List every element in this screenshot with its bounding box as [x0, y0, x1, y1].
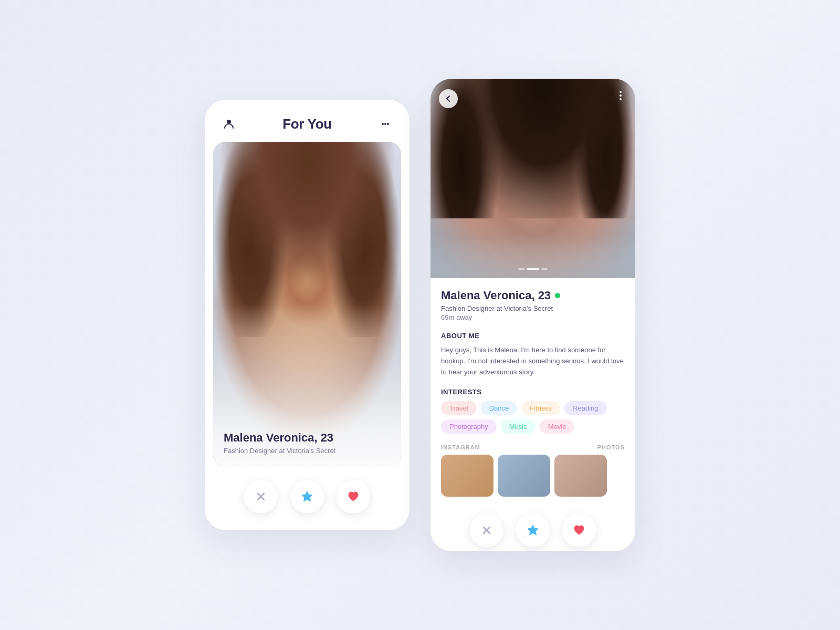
phone-1-header: For You — [205, 100, 410, 142]
interests-grid: Travel Dance Fitness Reading Photography… — [441, 401, 625, 434]
card-name: Malena Veronica, 23 — [224, 431, 391, 445]
tag-fitness[interactable]: Fitness — [521, 401, 560, 415]
profile-detail-image — [430, 79, 635, 278]
instagram-thumb-2[interactable] — [498, 455, 550, 497]
like-button-2[interactable] — [562, 513, 596, 547]
svg-marker-12 — [528, 525, 538, 535]
instagram-thumb-1[interactable] — [441, 455, 494, 497]
super-like-button[interactable] — [290, 480, 324, 513]
instagram-section: INSTAGRAM PHOTOS — [430, 444, 635, 505]
svg-marker-6 — [302, 491, 312, 501]
chat-icon[interactable] — [376, 114, 395, 133]
more-menu-button[interactable] — [614, 89, 627, 102]
instagram-label: INSTAGRAM — [441, 444, 480, 450]
like-button[interactable] — [337, 480, 370, 513]
progress-dot-1 — [518, 268, 524, 270]
tag-dance[interactable]: Dance — [481, 401, 518, 415]
svg-point-2 — [384, 123, 386, 125]
phone-1: For You Malena Veronica, 23 Fashion Desi… — [205, 100, 410, 530]
svg-point-3 — [387, 123, 389, 125]
tag-travel[interactable]: Travel — [441, 401, 477, 415]
svg-point-9 — [620, 98, 622, 100]
back-button[interactable] — [439, 89, 458, 108]
about-text: Hey guys, This is Malena. I'm here to fi… — [441, 345, 625, 377]
dislike-button-2[interactable] — [470, 513, 503, 547]
tag-music[interactable]: Music — [501, 419, 536, 434]
detail-name: Malena Veronica, 23 — [441, 289, 551, 302]
svg-point-0 — [227, 120, 231, 124]
card-job: Fashion Designer at Victoria's Secret — [224, 447, 391, 455]
action-bar-2 — [430, 505, 635, 551]
online-indicator — [555, 293, 560, 298]
svg-point-7 — [620, 91, 622, 93]
instagram-photos-row — [441, 455, 625, 497]
card-info: Malena Veronica, 23 Fashion Designer at … — [213, 421, 401, 467]
detail-distance: 69m away — [441, 313, 625, 321]
profile-card[interactable]: Malena Veronica, 23 Fashion Designer at … — [213, 142, 401, 467]
dislike-button[interactable] — [244, 480, 278, 513]
profile-icon[interactable] — [219, 114, 238, 133]
svg-point-8 — [620, 94, 622, 97]
svg-point-1 — [382, 123, 384, 125]
tag-reading[interactable]: Reading — [564, 401, 606, 415]
photos-label: PHOTOS — [597, 444, 625, 450]
tag-movie[interactable]: Movie — [540, 419, 575, 434]
interests-section-title: INTERESTS — [441, 388, 625, 396]
page-title: For You — [282, 116, 332, 132]
super-like-button-2[interactable] — [516, 513, 550, 547]
tag-photography[interactable]: Photography — [441, 419, 497, 434]
progress-dot-2 — [527, 268, 539, 270]
about-section-title: ABOUT ME — [441, 332, 625, 340]
phone-2: Malena Veronica, 23 Fashion Designer at … — [430, 79, 635, 551]
detail-content: Malena Veronica, 23 Fashion Designer at … — [430, 278, 635, 434]
progress-dot-3 — [541, 268, 548, 270]
name-row: Malena Veronica, 23 — [441, 289, 625, 302]
instagram-header: INSTAGRAM PHOTOS — [441, 444, 625, 450]
photo-progress — [518, 268, 548, 270]
action-bar-1 — [205, 467, 410, 530]
detail-job: Fashion Designer at Victoria's Secret — [441, 304, 625, 312]
instagram-thumb-3[interactable] — [554, 455, 607, 497]
